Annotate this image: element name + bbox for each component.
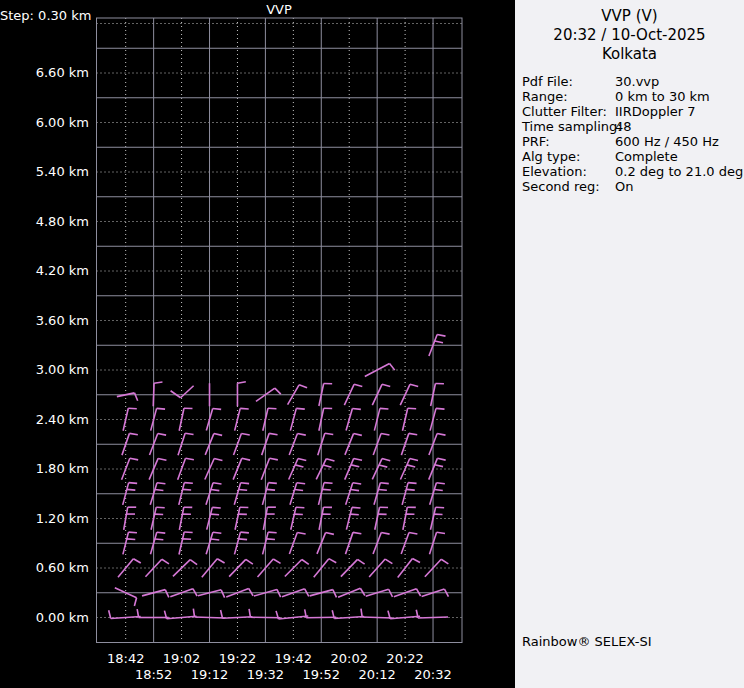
wind-barb [135, 393, 138, 401]
wind-barb [358, 559, 365, 564]
wind-barb [181, 386, 194, 398]
wind-barb [129, 483, 137, 484]
detail-label: Clutter Filter: [522, 104, 615, 119]
wind-barb [381, 533, 389, 535]
wind-barb [403, 408, 408, 430]
y-axis-label: 2.40 km [0, 412, 89, 427]
wind-barb [436, 483, 444, 484]
detail-value: 0.2 deg to 21.0 deg [615, 164, 743, 179]
wind-barb [241, 483, 249, 484]
detail-label: Elevation: [522, 164, 615, 179]
wind-barb [127, 489, 135, 490]
wind-barb [298, 458, 306, 460]
wind-barb [249, 588, 253, 595]
wind-barb [346, 408, 352, 430]
wind-barb [322, 489, 330, 490]
wind-barb [351, 465, 359, 467]
wind-barb [222, 617, 252, 619]
wind-barb [123, 408, 128, 430]
wind-barb [297, 532, 305, 533]
wind-barb [408, 483, 416, 484]
wind-barb [213, 408, 221, 409]
panel-datetime: 20:32 / 10-Oct-2025 [515, 26, 744, 45]
wind-barb [410, 384, 418, 386]
wind-barb [324, 483, 332, 484]
wind-barb [269, 433, 277, 434]
wind-barb [190, 560, 197, 565]
wind-barb [165, 590, 169, 598]
wind-barb [325, 433, 333, 434]
wind-barb [297, 434, 305, 436]
panel-header: VVP (V) 20:32 / 10-Oct-2025 Kolkata [515, 7, 744, 64]
wind-barb [157, 408, 165, 409]
wind-barb [246, 559, 253, 564]
x-axis-label: 19:52 [297, 667, 345, 682]
wind-barb [157, 532, 165, 533]
wind-barb [211, 539, 219, 540]
y-axis-label: 6.60 km [0, 65, 89, 80]
detail-row: Second reg:On [522, 179, 744, 194]
wind-barb [334, 616, 364, 618]
y-axis-label: 0.60 km [0, 560, 89, 575]
wind-barb [302, 560, 309, 565]
wind-barb [239, 489, 247, 490]
wind-barb [323, 465, 331, 467]
wind-barb [213, 532, 221, 533]
wind-barb [133, 559, 140, 563]
wind-barb [237, 382, 245, 383]
detail-label: Pdf File: [522, 74, 615, 89]
y-axis-label: 6.00 km [0, 115, 89, 130]
wind-barb [295, 489, 303, 490]
wind-barb [333, 590, 337, 598]
x-axis-label: 19:32 [241, 667, 289, 682]
detail-value: Complete [615, 149, 678, 164]
wind-barb [235, 408, 241, 430]
detail-label: PRF: [522, 134, 615, 149]
wind-barb [437, 532, 445, 533]
wind-barb [211, 489, 219, 490]
wind-barb [329, 559, 336, 563]
y-axis-label: 3.00 km [0, 362, 89, 377]
wind-barb [270, 458, 278, 460]
wind-barb [186, 458, 194, 459]
wind-barb [437, 335, 445, 337]
wind-barb [268, 483, 276, 484]
detail-row: PRF:600 Hz / 450 Hz [522, 134, 744, 149]
wind-barb [184, 483, 192, 484]
panel-product-title: VVP (V) [515, 7, 744, 26]
detail-row: Alg type:Complete [522, 149, 744, 164]
wind-barb [241, 433, 249, 434]
detail-value: IIRDoppler 7 [615, 104, 696, 119]
y-axis-label: 4.80 km [0, 214, 89, 229]
wind-barb [353, 483, 361, 484]
panel-footer-brand: Rainbow® SELEX-SI [522, 634, 652, 649]
wind-barb [217, 559, 224, 563]
wind-barb [154, 382, 162, 383]
wind-barb [277, 589, 281, 597]
wind-barb [129, 433, 137, 434]
panel-site-name: Kolkata [515, 45, 744, 64]
wind-barb [437, 434, 445, 436]
y-axis-label: 3.60 km [0, 313, 89, 328]
wind-barb [400, 458, 409, 479]
info-panel: VVP (V) 20:32 / 10-Oct-2025 Kolkata Pdf … [515, 0, 744, 688]
x-axis-label: 20:32 [409, 667, 457, 682]
wind-barb [157, 483, 165, 484]
wind-barb [382, 384, 390, 386]
wind-barb [213, 483, 221, 484]
wind-barb [221, 590, 224, 598]
wind-barb [361, 609, 362, 617]
wind-barb [214, 434, 222, 436]
x-axis-label: 20:22 [381, 651, 429, 666]
wind-barb [378, 489, 386, 490]
wind-barb [351, 489, 359, 490]
wind-barb [267, 489, 275, 490]
wind-barb [352, 408, 360, 409]
y-axis-label: 1.20 km [0, 511, 89, 526]
wind-barb [437, 458, 445, 460]
wind-barb [249, 609, 250, 617]
wind-barb [354, 458, 362, 460]
wind-barb [354, 434, 362, 436]
wind-barb [211, 514, 219, 515]
wind-barb [128, 532, 136, 533]
